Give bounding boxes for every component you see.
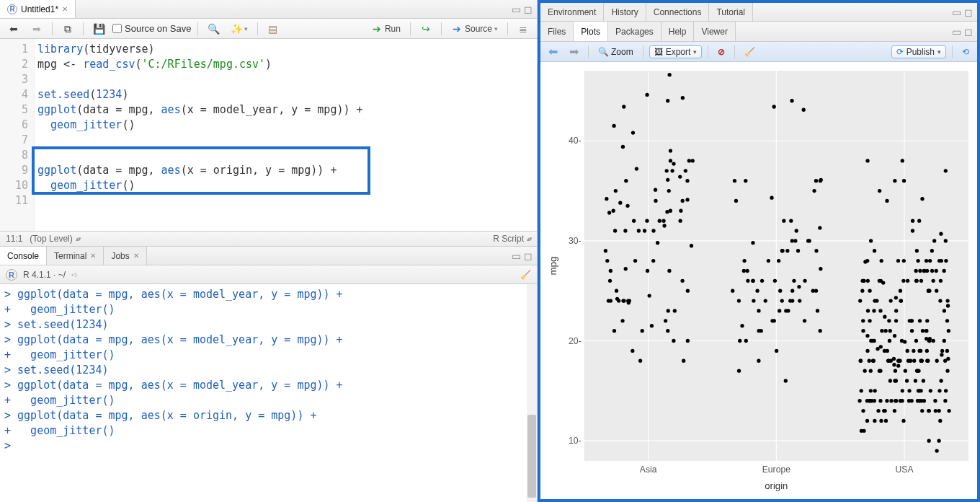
- svg-point-13: [615, 289, 618, 292]
- wand-button[interactable]: ✨▾: [227, 22, 251, 36]
- svg-point-345: [944, 169, 948, 172]
- close-tab-icon[interactable]: ✕: [62, 5, 68, 13]
- console-scrollbar-thumb[interactable]: [527, 415, 536, 498]
- env-tab-tutorial[interactable]: Tutorial: [709, 3, 753, 21]
- svg-point-246: [888, 329, 892, 333]
- svg-point-47: [609, 299, 612, 302]
- svg-point-358: [906, 349, 909, 353]
- svg-point-124: [778, 309, 781, 312]
- outline-button[interactable]: ≣: [514, 22, 533, 36]
- svg-point-39: [651, 259, 655, 263]
- svg-point-70: [622, 105, 625, 108]
- maximize-pane-icon[interactable]: ◻: [524, 250, 533, 262]
- svg-point-15: [667, 189, 671, 193]
- svg-point-259: [882, 409, 886, 413]
- svg-point-59: [672, 162, 675, 165]
- rerun-button[interactable]: ↪: [416, 22, 435, 36]
- show-in-new-window-button[interactable]: ⧉: [58, 22, 77, 36]
- compile-report-button[interactable]: ▤: [264, 22, 282, 36]
- svg-point-93: [764, 299, 767, 302]
- svg-point-140: [814, 289, 818, 292]
- svg-point-95: [760, 279, 764, 283]
- source-on-save-toggle[interactable]: Source on Save: [112, 23, 192, 34]
- zoom-button[interactable]: 🔍Zoom: [594, 45, 637, 58]
- svg-point-262: [870, 399, 873, 402]
- language-selector[interactable]: R Script ▴▾: [493, 234, 531, 244]
- minimize-pane-icon[interactable]: ▭: [512, 250, 521, 262]
- code-editor[interactable]: library(tidyverse)mpg <- read_csv('C:/RF…: [35, 39, 537, 231]
- viewer-tab-viewer[interactable]: Viewer: [694, 22, 735, 41]
- console-scrollbar[interactable]: [527, 284, 537, 502]
- console-tab-terminal[interactable]: Terminal✕: [47, 247, 104, 265]
- svg-point-293: [943, 309, 946, 312]
- close-tab-icon[interactable]: ✕: [90, 252, 96, 260]
- clear-plots-button[interactable]: 🧹: [741, 45, 759, 58]
- source-tab-untitled1[interactable]: R Untitled1* ✕: [0, 0, 76, 18]
- back-button[interactable]: ⬅: [4, 22, 23, 36]
- svg-point-366: [876, 347, 879, 351]
- svg-point-191: [925, 349, 929, 353]
- svg-point-217: [905, 379, 909, 382]
- export-icon: 🖼: [654, 47, 663, 57]
- svg-point-46: [608, 279, 612, 283]
- ggplot-chart: 10-20-30-40-AsiaEuropeUSAoriginmpg: [545, 66, 973, 495]
- viewer-tab-files[interactable]: Files: [540, 22, 574, 41]
- env-tab-history[interactable]: History: [604, 3, 646, 21]
- svg-point-219: [922, 379, 925, 382]
- viewer-tab-plots[interactable]: Plots: [574, 22, 608, 41]
- clear-console-icon[interactable]: 🧹: [520, 270, 531, 280]
- svg-point-113: [819, 267, 822, 270]
- plot-next-button[interactable]: ➡: [566, 43, 582, 60]
- maximize-pane-icon[interactable]: ◻: [524, 4, 533, 15]
- svg-point-300: [906, 279, 909, 283]
- r-logo-icon: R: [7, 4, 17, 14]
- export-button[interactable]: 🖼Export▾: [649, 45, 703, 58]
- source-run-button[interactable]: ➔Source ▾: [447, 22, 502, 36]
- save-button[interactable]: 💾: [89, 22, 108, 36]
- svg-point-38: [645, 219, 649, 222]
- svg-point-271: [906, 359, 910, 363]
- svg-point-313: [921, 329, 925, 333]
- find-button[interactable]: 🔍: [204, 22, 223, 36]
- svg-point-115: [740, 324, 744, 327]
- minimize-pane-icon[interactable]: ▭: [952, 6, 961, 18]
- env-tab-connections[interactable]: Connections: [646, 3, 710, 21]
- viewer-tab-packages[interactable]: Packages: [608, 22, 662, 41]
- svg-point-200: [901, 419, 905, 423]
- svg-text:20: 20: [569, 336, 579, 346]
- close-tab-icon[interactable]: ✕: [133, 252, 139, 260]
- source-on-save-checkbox[interactable]: [112, 24, 122, 33]
- svg-point-301: [858, 299, 862, 302]
- console-body[interactable]: > ggplot(data = mpg, aes(x = model_year,…: [0, 284, 537, 502]
- minimize-pane-icon[interactable]: ▭: [952, 26, 961, 38]
- svg-point-88: [669, 209, 672, 213]
- run-button[interactable]: ➔Run: [368, 22, 404, 36]
- publish-button[interactable]: ⟳Publish▾: [891, 45, 946, 58]
- svg-point-317: [899, 299, 903, 302]
- svg-point-303: [937, 409, 941, 413]
- svg-text:10: 10: [569, 436, 579, 446]
- plot-prev-button[interactable]: ⬅: [545, 43, 561, 60]
- maximize-pane-icon[interactable]: ◻: [964, 26, 973, 38]
- minimize-pane-icon[interactable]: ▭: [512, 4, 521, 15]
- remove-plot-button[interactable]: ⊘: [714, 45, 729, 58]
- env-tab-environment[interactable]: Environment: [540, 3, 604, 21]
- console-tab-console[interactable]: Console: [0, 247, 47, 265]
- svg-point-61: [685, 198, 689, 201]
- refresh-plot-button[interactable]: ⟲: [958, 45, 973, 58]
- svg-point-356: [928, 337, 932, 340]
- forward-button[interactable]: ➡: [27, 22, 46, 36]
- scope-selector[interactable]: (Top Level) ▴▾: [30, 234, 79, 244]
- svg-point-12: [646, 269, 649, 273]
- refresh-icon: ⟲: [962, 47, 969, 57]
- svg-point-55: [690, 244, 693, 247]
- svg-point-242: [893, 409, 896, 413]
- maximize-pane-icon[interactable]: ◻: [964, 6, 973, 18]
- arrow-right-small-icon[interactable]: ➪: [71, 270, 79, 280]
- editor-area[interactable]: 1234567891011 library(tidyverse)mpg <- r…: [0, 39, 537, 231]
- viewer-tab-help[interactable]: Help: [662, 22, 695, 41]
- svg-point-348: [935, 289, 938, 292]
- svg-point-279: [939, 379, 943, 382]
- console-tab-jobs[interactable]: Jobs✕: [104, 247, 146, 265]
- run-arrow-icon: ➔: [371, 23, 383, 35]
